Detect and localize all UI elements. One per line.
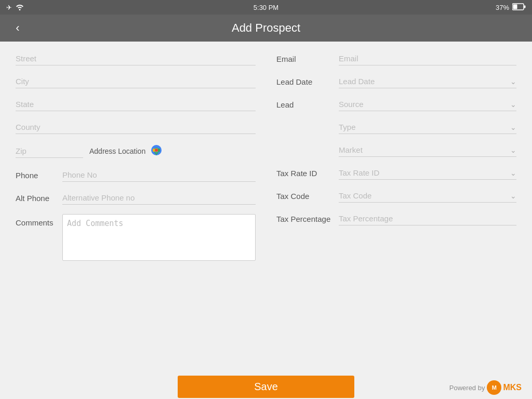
- tax-rate-id-row: Tax Rate ID Tax Rate ID ⌄: [276, 166, 516, 180]
- type-row: Type ⌄: [276, 121, 516, 134]
- maps-icon: [149, 143, 164, 159]
- svg-rect-2: [524, 5, 526, 8]
- status-left: ✈: [6, 3, 24, 12]
- status-time: 5:30 PM: [254, 4, 278, 11]
- address-location-label: Address Location: [89, 147, 145, 155]
- lead-date-label: Lead Date: [276, 77, 339, 86]
- state-row: [16, 98, 256, 111]
- powered-by: Powered by M MKS: [449, 380, 522, 395]
- main-content: Address Location Phone Alt Phone: [0, 42, 532, 374]
- comments-row: Comments: [16, 214, 256, 261]
- state-input[interactable]: [16, 98, 256, 111]
- lead-label: Lead: [276, 100, 339, 109]
- county-input[interactable]: [16, 121, 256, 134]
- email-label: Email: [276, 55, 339, 63]
- header: ‹ Add Prospect: [0, 15, 532, 42]
- source-chevron-icon: ⌄: [510, 100, 516, 109]
- city-row: [16, 75, 256, 88]
- market-chevron-icon: ⌄: [510, 146, 516, 154]
- market-row: Market ⌄: [276, 143, 516, 157]
- alt-phone-label: Alt Phone: [16, 194, 62, 203]
- battery-icon: [512, 3, 526, 12]
- svg-point-5: [155, 149, 158, 152]
- back-button[interactable]: ‹: [8, 19, 27, 37]
- source-value: Source: [339, 100, 364, 109]
- tax-percentage-row: Tax Percentage: [276, 212, 516, 225]
- phone-label: Phone: [16, 171, 62, 180]
- comments-label: Comments: [16, 214, 62, 227]
- tax-rate-id-dropdown[interactable]: Tax Rate ID ⌄: [339, 166, 516, 180]
- battery-percentage: 37%: [496, 4, 509, 11]
- tax-percentage-label: Tax Percentage: [276, 215, 339, 223]
- svg-rect-7: [158, 149, 160, 152]
- phone-input[interactable]: [62, 168, 256, 182]
- svg-rect-6: [153, 149, 155, 152]
- source-dropdown[interactable]: Source ⌄: [339, 98, 516, 111]
- left-column: Address Location Phone Alt Phone: [16, 52, 256, 364]
- lead-date-row: Lead Date Lead Date ⌄: [276, 75, 516, 88]
- county-row: [16, 121, 256, 134]
- type-chevron-icon: ⌄: [510, 123, 516, 131]
- tax-rate-id-value: Tax Rate ID: [339, 168, 379, 177]
- alt-phone-row: Alt Phone: [16, 191, 256, 205]
- city-input[interactable]: [16, 75, 256, 88]
- status-right: 37%: [496, 3, 526, 12]
- market-dropdown[interactable]: Market ⌄: [339, 143, 516, 157]
- tax-code-dropdown[interactable]: Tax Code ⌄: [339, 189, 516, 203]
- street-input[interactable]: [16, 52, 256, 65]
- wifi-icon: [15, 3, 24, 12]
- street-row: [16, 52, 256, 65]
- mks-text: MKS: [503, 383, 522, 392]
- zip-row: Address Location: [16, 143, 256, 159]
- mks-logo: M MKS: [487, 380, 522, 395]
- type-dropdown[interactable]: Type ⌄: [339, 121, 516, 134]
- tax-code-chevron-icon: ⌄: [510, 192, 516, 200]
- page-title: Add Prospect: [232, 21, 300, 35]
- tax-percentage-input[interactable]: [339, 212, 516, 225]
- tax-rate-id-label: Tax Rate ID: [276, 169, 339, 178]
- powered-by-label: Powered by: [449, 384, 485, 392]
- lead-date-value: Lead Date: [339, 77, 375, 86]
- email-row: Email: [276, 52, 516, 65]
- lead-source-row: Lead Source ⌄: [276, 98, 516, 111]
- lead-date-dropdown[interactable]: Lead Date ⌄: [339, 75, 516, 88]
- svg-rect-1: [513, 4, 517, 9]
- tax-code-label: Tax Code: [276, 192, 339, 201]
- market-value: Market: [339, 145, 363, 154]
- type-value: Type: [339, 123, 356, 131]
- mks-circle-icon: M: [487, 380, 501, 395]
- comments-textarea[interactable]: [62, 214, 256, 261]
- tax-code-row: Tax Code Tax Code ⌄: [276, 189, 516, 203]
- tax-rate-id-chevron-icon: ⌄: [510, 169, 516, 177]
- zip-input[interactable]: [16, 144, 83, 158]
- address-location-button[interactable]: Address Location: [89, 143, 164, 159]
- lead-date-chevron-icon: ⌄: [510, 77, 516, 86]
- phone-row: Phone: [16, 168, 256, 182]
- email-input[interactable]: [339, 52, 516, 65]
- right-column: Email Lead Date Lead Date ⌄ Lead Source …: [276, 52, 516, 364]
- tax-code-value: Tax Code: [339, 191, 371, 200]
- status-bar: ✈ 5:30 PM 37%: [0, 0, 532, 15]
- airplane-icon: ✈: [6, 4, 12, 11]
- save-button[interactable]: Save: [178, 376, 354, 398]
- alt-phone-input[interactable]: [62, 191, 256, 205]
